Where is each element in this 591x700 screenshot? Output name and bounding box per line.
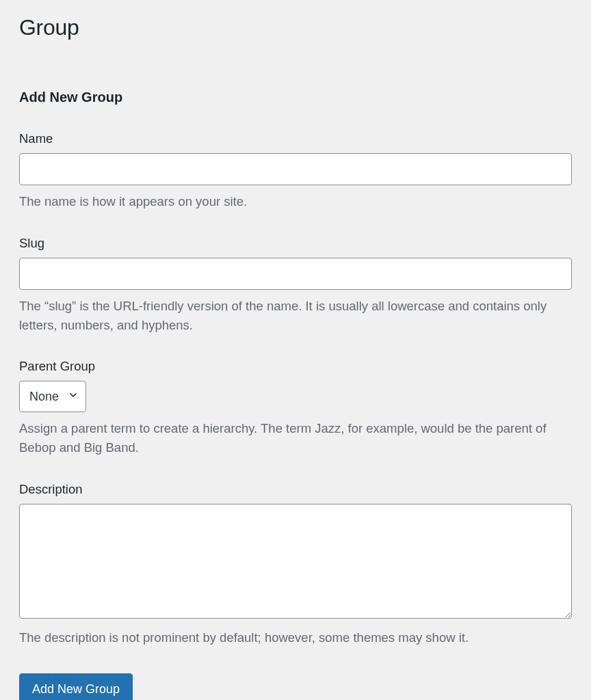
name-help-text: The name is how it appears on your site. [19, 192, 572, 211]
form-title: Add New Group [19, 90, 572, 105]
description-label: Description [19, 482, 572, 497]
slug-input[interactable] [19, 258, 572, 290]
description-field-group: Description The description is not promi… [19, 482, 572, 647]
description-help-text: The description is not prominent by defa… [19, 628, 572, 647]
page-title: Group [19, 15, 572, 40]
parent-select[interactable]: None [19, 381, 86, 412]
name-label: Name [19, 131, 572, 146]
description-textarea[interactable] [19, 504, 572, 619]
parent-help-text: Assign a parent term to create a hierarc… [19, 419, 572, 457]
name-input[interactable] [19, 153, 572, 185]
slug-label: Slug [19, 236, 572, 251]
slug-field-group: Slug The “slug” is the URL-friendly vers… [19, 236, 572, 335]
name-field-group: Name The name is how it appears on your … [19, 131, 572, 211]
parent-label: Parent Group [19, 359, 572, 374]
parent-field-group: Parent Group None Assign a parent term t… [19, 359, 572, 457]
slug-help-text: The “slug” is the URL-friendly version o… [19, 297, 572, 335]
add-new-group-button[interactable]: Add New Group [19, 673, 133, 701]
